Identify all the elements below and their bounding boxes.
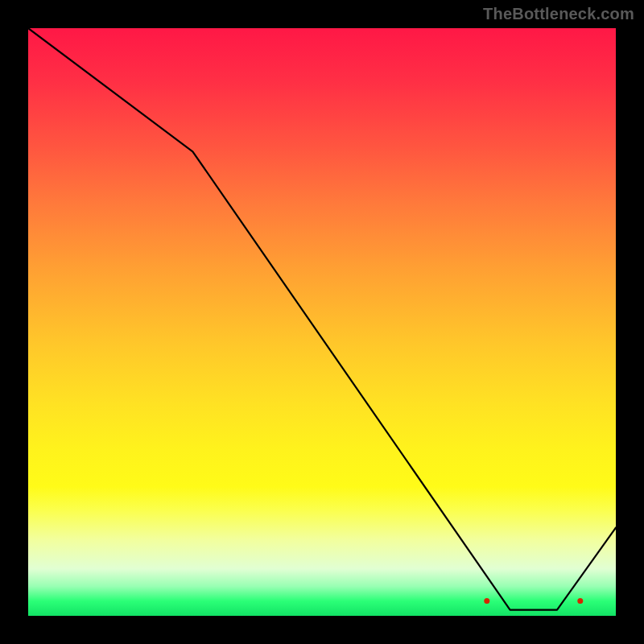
chart-frame: TheBottleneck.com	[0, 0, 644, 644]
plot-area	[28, 28, 616, 616]
annotation-dots	[484, 598, 583, 604]
chart-svg	[28, 28, 616, 616]
watermark-text: TheBottleneck.com	[483, 5, 634, 23]
svg-point-0	[484, 598, 489, 604]
bottleneck-curve-line	[28, 28, 616, 610]
svg-point-1	[577, 598, 583, 604]
